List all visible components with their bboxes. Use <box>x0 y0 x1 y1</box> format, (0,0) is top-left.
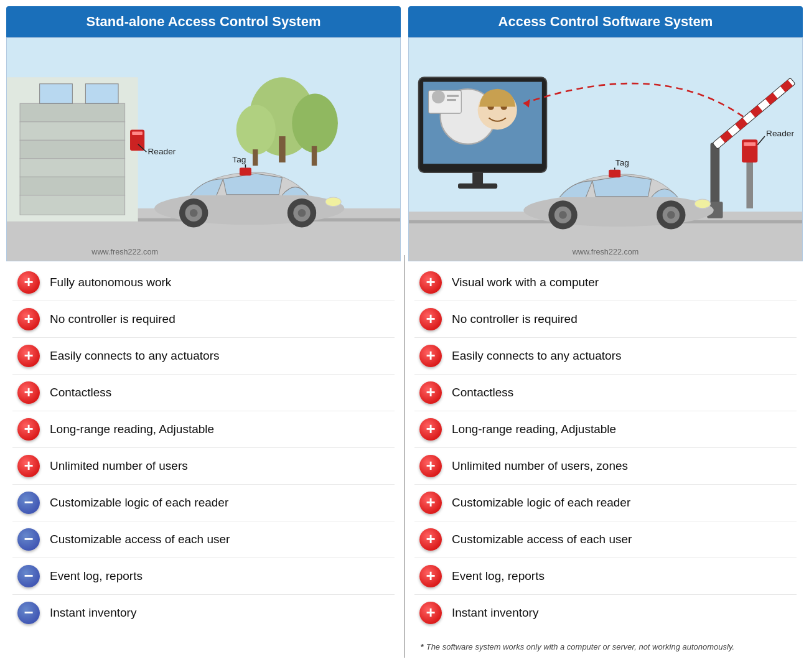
svg-point-30 <box>325 197 341 207</box>
feature-icon-red: + <box>17 418 40 441</box>
left-feature-item: −Instant inventory <box>12 595 395 631</box>
feature-icon-red: + <box>419 345 442 367</box>
svg-point-71 <box>694 199 710 208</box>
svg-point-42 <box>432 90 445 103</box>
svg-rect-17 <box>40 84 73 104</box>
svg-point-29 <box>298 209 306 217</box>
feature-icon-blue: − <box>17 565 40 587</box>
svg-text:Tag: Tag <box>615 158 629 167</box>
svg-text:www.fresh222.com: www.fresh222.com <box>572 248 639 256</box>
right-illustration: Reader T <box>409 38 802 261</box>
left-feature-item: +Contactless <box>12 375 395 411</box>
svg-text:www.fresh222.com: www.fresh222.com <box>91 248 158 256</box>
left-features-list: +Fully autonomous work+No controller is … <box>6 261 401 658</box>
svg-text:Tag: Tag <box>232 155 246 164</box>
left-header-text: Stand-alone Access Control System <box>87 14 321 29</box>
svg-rect-72 <box>609 170 620 178</box>
svg-point-3 <box>292 94 338 153</box>
right-features-list: +Visual work with a computer+No controll… <box>408 261 803 634</box>
svg-rect-14 <box>20 159 125 177</box>
right-header-text: Access Control Software System <box>498 14 713 29</box>
feature-text: Long-range reading, Adjustable <box>50 422 214 437</box>
left-feature-item: +Unlimited number of users <box>12 448 395 485</box>
right-feature-item: +Instant inventory <box>414 595 797 631</box>
svg-rect-6 <box>253 149 258 166</box>
feature-icon-red: + <box>419 528 442 551</box>
right-column-header: Access Control Software System <box>408 6 803 37</box>
left-image-area: Reader <box>6 37 401 261</box>
feature-text: Easily connects to any actuators <box>50 348 219 364</box>
right-feature-item: +Unlimited number of users, zones <box>414 448 797 485</box>
feature-text: Visual work with a computer <box>452 275 599 291</box>
left-column: Stand-alone Access Control System <box>6 6 401 658</box>
feature-icon-red: + <box>419 565 442 587</box>
svg-rect-20 <box>132 132 143 135</box>
footnote-text: The software system works only with a co… <box>426 642 734 651</box>
left-illustration: Reader <box>7 38 400 261</box>
feature-icon-red: + <box>17 381 40 404</box>
left-feature-item: −Event log, reports <box>12 558 395 595</box>
feature-text: Easily connects to any actuators <box>452 348 621 364</box>
feature-text: Event log, reports <box>452 569 545 584</box>
feature-text: Instant inventory <box>452 605 538 621</box>
feature-text: Fully autonomous work <box>50 275 171 291</box>
svg-point-70 <box>667 211 675 219</box>
right-feature-item: +Easily connects to any actuators <box>414 338 797 375</box>
feature-text: Customizable logic of each reader <box>50 495 228 511</box>
left-feature-item: −Customizable logic of each reader <box>12 485 395 521</box>
feature-icon-red: + <box>419 381 442 404</box>
feature-icon-red: + <box>17 345 40 367</box>
right-feature-item: +No controller is required <box>414 301 797 338</box>
svg-rect-15 <box>20 177 125 195</box>
feature-text: Instant inventory <box>50 605 136 621</box>
left-column-header: Stand-alone Access Control System <box>6 6 401 37</box>
svg-point-67 <box>559 211 567 219</box>
right-feature-item: +Customizable access of each user <box>414 521 797 558</box>
right-image-area: Reader T <box>408 37 803 261</box>
svg-text:Reader: Reader <box>766 129 794 138</box>
svg-point-5 <box>236 105 276 154</box>
feature-icon-red: + <box>419 492 442 514</box>
svg-point-26 <box>190 209 198 217</box>
feature-text: No controller is required <box>50 312 175 327</box>
svg-text:Reader: Reader <box>147 147 175 156</box>
comparison-wrapper: Stand-alone Access Control System <box>6 6 803 658</box>
feature-icon-blue: − <box>17 492 40 514</box>
svg-rect-49 <box>458 184 497 189</box>
footnote: * The software system works only with a … <box>414 637 797 651</box>
feature-text: Long-range reading, Adjustable <box>452 422 616 437</box>
feature-icon-red: + <box>419 308 442 330</box>
feature-icon-red: + <box>17 455 40 477</box>
feature-icon-red: + <box>17 271 40 294</box>
svg-rect-11 <box>20 103 125 121</box>
svg-rect-12 <box>20 122 125 140</box>
feature-icon-red: + <box>17 308 40 330</box>
feature-text: Customizable access of each user <box>452 532 632 548</box>
right-feature-item: +Visual work with a computer <box>414 264 797 301</box>
svg-rect-2 <box>279 136 286 162</box>
footnote-asterisk: * <box>421 642 424 651</box>
feature-icon-red: + <box>419 418 442 441</box>
svg-rect-16 <box>20 195 125 215</box>
left-feature-item: −Customizable access of each user <box>12 521 395 558</box>
left-feature-item: +Easily connects to any actuators <box>12 338 395 375</box>
feature-icon-blue: − <box>17 528 40 551</box>
feature-text: Unlimited number of users <box>50 459 188 474</box>
right-feature-item: +Customizable logic of each reader <box>414 485 797 521</box>
left-feature-item: +Long-range reading, Adjustable <box>12 411 395 448</box>
feature-icon-blue: − <box>17 602 40 624</box>
column-divider <box>404 255 405 658</box>
svg-rect-59 <box>746 156 753 208</box>
right-feature-item: +Contactless <box>414 375 797 411</box>
left-feature-item: +Fully autonomous work <box>12 264 395 301</box>
svg-rect-43 <box>447 95 459 97</box>
svg-rect-4 <box>312 146 317 166</box>
svg-rect-44 <box>447 99 456 101</box>
svg-rect-13 <box>20 140 125 158</box>
left-feature-item: +No controller is required <box>12 301 395 338</box>
feature-text: Event log, reports <box>50 569 143 584</box>
feature-icon-red: + <box>419 455 442 477</box>
feature-icon-red: + <box>419 602 442 624</box>
right-feature-item: +Event log, reports <box>414 558 797 595</box>
svg-rect-31 <box>240 168 251 176</box>
